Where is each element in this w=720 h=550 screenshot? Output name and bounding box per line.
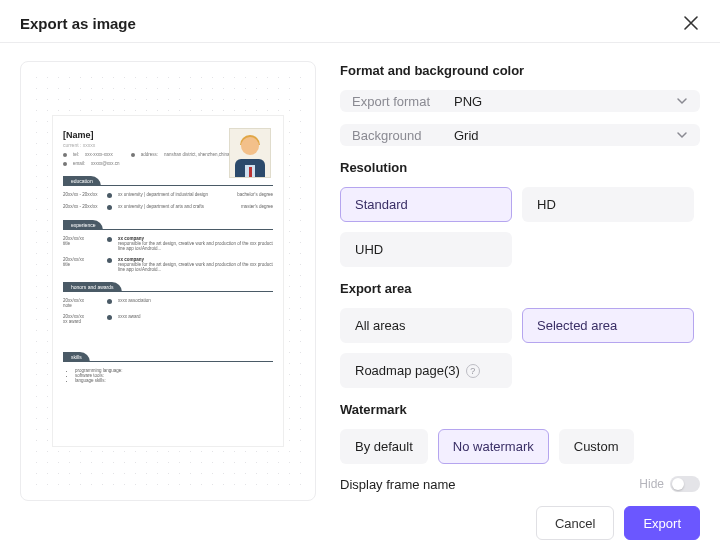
section-title-watermark: Watermark bbox=[340, 402, 700, 417]
resume-preview: [Name] current : xxxxx tel: xxx-xxxx-xxx… bbox=[53, 116, 283, 446]
email-label: email: bbox=[73, 161, 85, 166]
section-skills: skills bbox=[63, 352, 90, 362]
phone-label: tel: bbox=[73, 152, 79, 157]
display-frame-hide-label: Hide bbox=[639, 477, 664, 491]
address-label: address: bbox=[141, 152, 158, 157]
location-icon bbox=[131, 153, 135, 157]
dialog-title: Export as image bbox=[20, 15, 136, 32]
display-frame-label: Display frame name bbox=[340, 477, 456, 492]
resolution-options: Standard HD UHD bbox=[340, 187, 700, 267]
export-format-select[interactable]: Export format PNG bbox=[340, 90, 700, 112]
resolution-uhd[interactable]: UHD bbox=[340, 232, 512, 267]
close-icon bbox=[684, 16, 698, 30]
export-format-label: Export format bbox=[352, 94, 444, 109]
watermark-custom[interactable]: Custom bbox=[559, 429, 634, 464]
mail-icon bbox=[63, 162, 67, 166]
dialog-header: Export as image bbox=[0, 0, 720, 42]
resolution-standard[interactable]: Standard bbox=[340, 187, 512, 222]
cancel-button[interactable]: Cancel bbox=[536, 506, 614, 540]
close-button[interactable] bbox=[682, 14, 700, 32]
background-select[interactable]: Background Grid bbox=[340, 124, 700, 146]
phone-icon bbox=[63, 153, 67, 157]
export-image-dialog: Export as image [Name] current : xxxxx bbox=[0, 0, 720, 550]
background-value: Grid bbox=[454, 128, 479, 143]
chevron-down-icon bbox=[676, 129, 688, 141]
resolution-hd[interactable]: HD bbox=[522, 187, 694, 222]
export-format-value: PNG bbox=[454, 94, 482, 109]
section-title-resolution: Resolution bbox=[340, 160, 700, 175]
dialog-footer: Cancel Export bbox=[340, 504, 700, 546]
area-all[interactable]: All areas bbox=[340, 308, 512, 343]
watermark-options: By default No watermark Custom bbox=[340, 429, 700, 464]
help-icon: ? bbox=[466, 364, 480, 378]
area-roadmap[interactable]: Roadmap page(3) ? bbox=[340, 353, 512, 388]
section-title-format: Format and background color bbox=[340, 63, 700, 78]
background-label: Background bbox=[352, 128, 444, 143]
area-selected[interactable]: Selected area bbox=[522, 308, 694, 343]
watermark-none[interactable]: No watermark bbox=[438, 429, 549, 464]
section-education: education bbox=[63, 176, 101, 186]
options-column: Format and background color Export forma… bbox=[340, 61, 700, 546]
preview-column: [Name] current : xxxxx tel: xxx-xxxx-xxx… bbox=[20, 61, 316, 546]
chevron-down-icon bbox=[676, 95, 688, 107]
export-button[interactable]: Export bbox=[624, 506, 700, 540]
display-frame-row: Display frame name Hide bbox=[340, 476, 700, 492]
address-value: nanshan district, shenzhen,china bbox=[164, 152, 230, 157]
area-roadmap-label: Roadmap page(3) bbox=[355, 363, 460, 378]
section-experience: experience bbox=[63, 220, 103, 230]
phone-value: xxx-xxxx-xxxx bbox=[85, 152, 113, 157]
preview-card: [Name] current : xxxxx tel: xxx-xxxx-xxx… bbox=[20, 61, 316, 501]
watermark-default[interactable]: By default bbox=[340, 429, 428, 464]
email-value: xxxxx@xxx.cn bbox=[91, 161, 120, 166]
avatar bbox=[229, 128, 271, 178]
section-honors: honors and awards bbox=[63, 282, 122, 292]
section-title-export-area: Export area bbox=[340, 281, 700, 296]
export-area-options: All areas Selected area Roadmap page(3) … bbox=[340, 308, 700, 388]
skill-item: language skills: bbox=[75, 378, 273, 383]
display-frame-toggle[interactable] bbox=[670, 476, 700, 492]
